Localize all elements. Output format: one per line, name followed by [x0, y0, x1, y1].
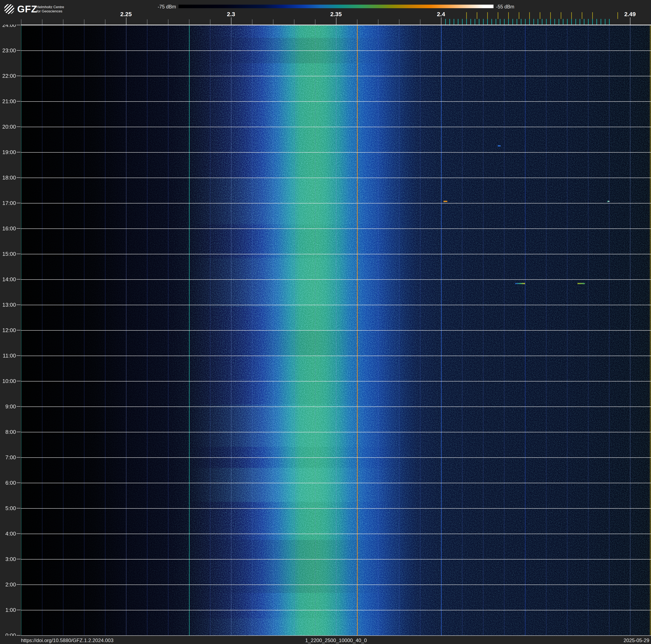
ble-channel-tick — [470, 19, 471, 25]
freq-minor-tick — [105, 19, 105, 25]
doi-link[interactable]: https://doi.org/10.5880/GFZ.1.2.2024.003 — [21, 638, 114, 643]
dataset-id: 1_2200_2500_10000_40_0 — [305, 638, 367, 643]
hour-tick — [17, 50, 21, 51]
hour-label: 15:00 — [0, 251, 16, 257]
ble-channel-tick — [474, 19, 475, 25]
wifi-channel-tick — [477, 12, 477, 19]
hour-tick — [17, 457, 21, 458]
hour-tick — [17, 559, 21, 559]
freq-minor-tick — [63, 19, 63, 25]
ble-channel-tick — [571, 19, 572, 25]
wifi-channel-tick — [540, 12, 540, 19]
ble-channel-tick — [580, 19, 580, 25]
hour-tick — [17, 279, 21, 280]
ble-channel-tick — [483, 19, 484, 25]
freq-minor-tick — [42, 19, 42, 25]
ble-channel-tick — [609, 19, 610, 25]
footer-bar: https://doi.org/10.5880/GFZ.1.2.2024.003… — [0, 636, 651, 644]
wifi-channel-tick — [487, 12, 488, 19]
freq-major-tick — [126, 18, 126, 25]
hour-tick — [17, 482, 21, 483]
hour-label: 13:00 — [0, 302, 16, 308]
hour-tick — [17, 101, 21, 101]
ble-channel-tick — [592, 19, 593, 25]
ble-channel-tick — [521, 19, 521, 25]
spectrogram-noise-texture — [21, 25, 651, 635]
ble-channel-tick — [605, 19, 606, 25]
wifi-channel-tick — [529, 12, 530, 19]
hour-tick — [17, 76, 21, 76]
header-bar: GFZ Helmholtz Centre for Geosciences -75… — [0, 0, 651, 25]
hour-tick — [17, 584, 21, 585]
wifi-channel-tick — [561, 12, 561, 19]
hour-tick — [17, 330, 21, 330]
freq-minor-tick — [294, 19, 294, 25]
freq-tick-label: 2.4 — [433, 11, 450, 18]
ble-channel-tick — [517, 19, 517, 25]
ble-channel-tick — [550, 19, 551, 25]
hour-label: 21:00 — [0, 98, 16, 105]
hour-label: 2:00 — [0, 581, 16, 588]
freq-major-tick — [630, 18, 630, 25]
ble-channel-tick — [525, 19, 526, 25]
ble-channel-tick — [600, 19, 601, 25]
hour-tick — [17, 610, 21, 610]
hour-label: 14:00 — [0, 276, 16, 283]
freq-minor-tick — [315, 19, 315, 25]
hour-tick — [17, 126, 21, 127]
wifi-channel-tick — [617, 12, 618, 19]
ble-channel-tick — [445, 19, 446, 25]
hour-tick — [17, 228, 21, 229]
ble-channel-tick — [500, 19, 500, 25]
wifi-channel-tick — [582, 12, 582, 19]
hour-label: 17:00 — [0, 200, 16, 206]
hour-label: 22:00 — [0, 73, 16, 79]
wifi-channel-tick — [508, 12, 509, 19]
ble-channel-tick — [596, 19, 597, 25]
ble-channel-tick — [504, 19, 505, 25]
hour-label: 1:00 — [0, 607, 16, 613]
ble-channel-tick — [496, 19, 496, 25]
hour-label: 10:00 — [0, 378, 16, 384]
hour-tick — [17, 355, 21, 356]
hour-tick — [17, 254, 21, 254]
transient-signal — [578, 283, 585, 284]
hour-tick — [17, 203, 21, 203]
ble-channel-tick — [487, 19, 488, 25]
freq-minor-tick — [21, 19, 22, 25]
wifi-channel-tick — [571, 12, 572, 19]
transient-signal — [443, 201, 447, 202]
ble-channel-tick — [479, 19, 479, 25]
freq-tick-label: 2.49 — [622, 11, 639, 18]
wifi-channel-tick — [592, 12, 593, 19]
ble-channel-tick — [508, 19, 509, 25]
persistent-line — [21, 25, 22, 635]
ble-channel-tick — [537, 19, 538, 25]
ble-channel-tick — [546, 19, 547, 25]
hour-tick — [17, 381, 21, 381]
ble-channel-tick — [567, 19, 568, 25]
hour-label: 23:00 — [0, 47, 16, 54]
freq-minor-tick — [189, 19, 189, 25]
hour-label: 19:00 — [0, 149, 16, 155]
hour-label: 7:00 — [0, 454, 16, 461]
brand-subtitle-line1: Helmholtz Centre — [36, 5, 64, 9]
hour-label: 9:00 — [0, 403, 16, 410]
hour-tick — [17, 533, 21, 534]
freq-minor-tick — [357, 19, 358, 25]
wifi-channel-tick — [466, 12, 467, 19]
freq-major-tick — [336, 18, 336, 25]
ble-channel-tick — [491, 19, 492, 25]
persistent-line — [441, 25, 442, 635]
ble-channel-tick — [454, 19, 454, 25]
freq-minor-tick — [84, 19, 85, 25]
transient-signal — [515, 283, 525, 284]
hour-tick — [17, 177, 21, 178]
freq-minor-tick — [168, 19, 168, 25]
hour-label: 4:00 — [0, 530, 16, 537]
freq-minor-tick — [273, 19, 273, 25]
hour-tick — [17, 432, 21, 432]
transient-signal — [498, 145, 501, 146]
ble-channel-tick — [584, 19, 584, 25]
ble-channel-tick — [588, 19, 589, 25]
